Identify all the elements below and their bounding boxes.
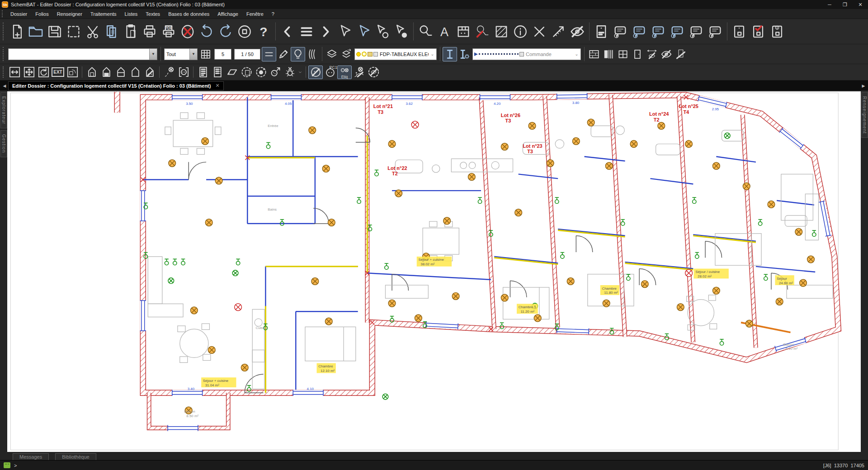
window-info-button[interactable] bbox=[768, 21, 787, 42]
wall-filled-button[interactable] bbox=[99, 66, 113, 79]
lighting-layer-button[interactable] bbox=[291, 47, 305, 61]
light-symbol[interactable] bbox=[572, 138, 580, 145]
select-zone-button[interactable] bbox=[239, 66, 254, 79]
chevron-down-icon[interactable]: ▼ bbox=[149, 49, 157, 60]
previous-folio-button[interactable] bbox=[278, 21, 297, 42]
green-circuit-symbol[interactable] bbox=[168, 278, 174, 284]
side-tab-gestion[interactable]: Gestion bbox=[0, 130, 7, 157]
side-tab-explorateur[interactable]: Explorateur bbox=[0, 92, 7, 128]
light-symbol[interactable] bbox=[587, 119, 594, 126]
light-symbol[interactable] bbox=[169, 160, 176, 167]
selection-marquee-button[interactable] bbox=[64, 21, 83, 42]
socket-symbol[interactable] bbox=[165, 259, 169, 265]
print-pdf-button[interactable] bbox=[159, 21, 178, 42]
light-symbol[interactable] bbox=[807, 256, 815, 263]
ext-mode-button[interactable]: EXT bbox=[51, 66, 65, 79]
light-symbol[interactable] bbox=[190, 307, 198, 314]
redline-tool-button[interactable] bbox=[473, 21, 492, 42]
label-history-button[interactable] bbox=[611, 21, 630, 42]
help-button[interactable] bbox=[254, 21, 273, 42]
light-symbol[interactable] bbox=[776, 298, 783, 306]
rotate-zone-button[interactable] bbox=[254, 66, 268, 79]
label-info-button[interactable] bbox=[687, 21, 706, 42]
socket-symbol[interactable] bbox=[555, 197, 559, 203]
light-symbol[interactable] bbox=[202, 138, 209, 145]
hatch-tool-button[interactable] bbox=[492, 21, 511, 42]
light-symbol[interactable] bbox=[743, 183, 750, 190]
text-tool-button[interactable] bbox=[435, 21, 454, 42]
socket-symbol[interactable] bbox=[692, 197, 696, 203]
line-style-combo[interactable]: Commande⌄ bbox=[472, 48, 581, 60]
light-symbol[interactable] bbox=[208, 347, 215, 354]
light-symbol[interactable] bbox=[603, 300, 610, 307]
bottom-tab-messages[interactable]: Messages bbox=[13, 453, 49, 460]
symbol-family-combo[interactable]: FDP-TABLEAUX ELEC⌄ bbox=[354, 48, 437, 60]
bottom-tab-biblioth-que[interactable]: Bibliothèque bbox=[55, 453, 96, 460]
socket-symbol[interactable] bbox=[627, 274, 631, 280]
menu-item-folios[interactable]: Folios bbox=[31, 10, 52, 18]
grid-display-button[interactable] bbox=[198, 47, 213, 61]
light-symbol[interactable] bbox=[677, 304, 684, 311]
hide-dimensions-button[interactable] bbox=[645, 47, 659, 61]
light-symbol[interactable] bbox=[241, 364, 248, 371]
window-tool-button[interactable] bbox=[616, 47, 630, 61]
select-symbol-button[interactable] bbox=[373, 21, 392, 42]
move-tool-button[interactable] bbox=[22, 66, 36, 79]
chevron-down-icon[interactable]: ⌄ bbox=[429, 49, 436, 60]
light-symbol[interactable] bbox=[768, 201, 775, 208]
light-symbol[interactable] bbox=[658, 122, 665, 129]
light-symbol[interactable] bbox=[215, 177, 222, 184]
save-button[interactable] bbox=[45, 21, 64, 42]
light-symbol[interactable] bbox=[309, 127, 316, 134]
hide-tool-button[interactable] bbox=[568, 21, 587, 42]
menu-item-affichage[interactable]: Affichage bbox=[213, 10, 242, 18]
next-folio-button[interactable] bbox=[316, 21, 335, 42]
symbol-table-button[interactable] bbox=[454, 21, 473, 42]
maximize-button[interactable]: ❐ bbox=[837, 0, 853, 9]
select-cursor-blue-button[interactable] bbox=[354, 21, 373, 42]
light-symbol[interactable] bbox=[501, 294, 508, 301]
light-symbol[interactable] bbox=[712, 287, 720, 294]
socket-symbol[interactable] bbox=[812, 230, 816, 236]
light-symbol[interactable] bbox=[515, 209, 522, 216]
menu-item-listes[interactable]: Listes bbox=[121, 10, 142, 18]
grid-step-input[interactable]: 5 bbox=[214, 49, 231, 60]
socket-symbol[interactable] bbox=[375, 170, 379, 176]
light-symbol[interactable] bbox=[311, 278, 319, 285]
socket-symbol[interactable] bbox=[280, 220, 284, 226]
socket-symbol[interactable] bbox=[173, 259, 177, 265]
light-symbol[interactable] bbox=[630, 141, 637, 148]
green-circuit-symbol[interactable] bbox=[724, 133, 730, 139]
light-symbol[interactable] bbox=[795, 228, 802, 235]
light-symbol[interactable] bbox=[534, 315, 541, 322]
window-symbol[interactable] bbox=[168, 425, 198, 431]
floor-plan[interactable]: Lot n°21T3Lot n°26T3Lot n°22T2Lot n°23T3… bbox=[7, 92, 843, 452]
door-tool-button[interactable] bbox=[630, 47, 645, 61]
light-symbol[interactable] bbox=[685, 141, 693, 148]
etiquette-toggle-button[interactable]: Etiq bbox=[337, 66, 352, 79]
draw-mode-button[interactable] bbox=[276, 47, 291, 61]
folio-list-button[interactable] bbox=[297, 21, 316, 42]
window-symbol[interactable] bbox=[557, 327, 589, 334]
erase-tool-button[interactable] bbox=[530, 21, 549, 42]
label-edit-button[interactable] bbox=[649, 21, 668, 42]
window-symbol[interactable] bbox=[140, 301, 146, 331]
light-symbol[interactable] bbox=[415, 315, 422, 322]
chevron-down-icon[interactable]: ⌄ bbox=[573, 49, 580, 60]
curves-layer-button[interactable] bbox=[305, 47, 320, 61]
green-circuit-symbol[interactable] bbox=[382, 394, 388, 400]
filter-combo[interactable]: Tout▼ bbox=[164, 48, 198, 60]
menu-item-dossier[interactable]: Dossier bbox=[6, 10, 31, 18]
stretch-horizontal-button[interactable] bbox=[7, 66, 22, 79]
wall-with-door-button[interactable] bbox=[85, 66, 99, 79]
window-symbol[interactable] bbox=[480, 94, 510, 100]
new-document-button[interactable] bbox=[7, 21, 26, 42]
wall-fill-pattern-button[interactable] bbox=[587, 47, 601, 61]
scale-input[interactable]: 1 / 50 bbox=[234, 49, 260, 60]
drawing-canvas[interactable]: Lot n°21T3Lot n°26T3Lot n°22T2Lot n°23T3… bbox=[7, 91, 861, 452]
light-symbol[interactable] bbox=[641, 281, 648, 288]
transform-shapes-button[interactable] bbox=[65, 66, 80, 79]
light-symbol[interactable] bbox=[322, 165, 330, 172]
info-tool-button[interactable] bbox=[511, 21, 530, 42]
window-symbol[interactable] bbox=[271, 94, 302, 100]
